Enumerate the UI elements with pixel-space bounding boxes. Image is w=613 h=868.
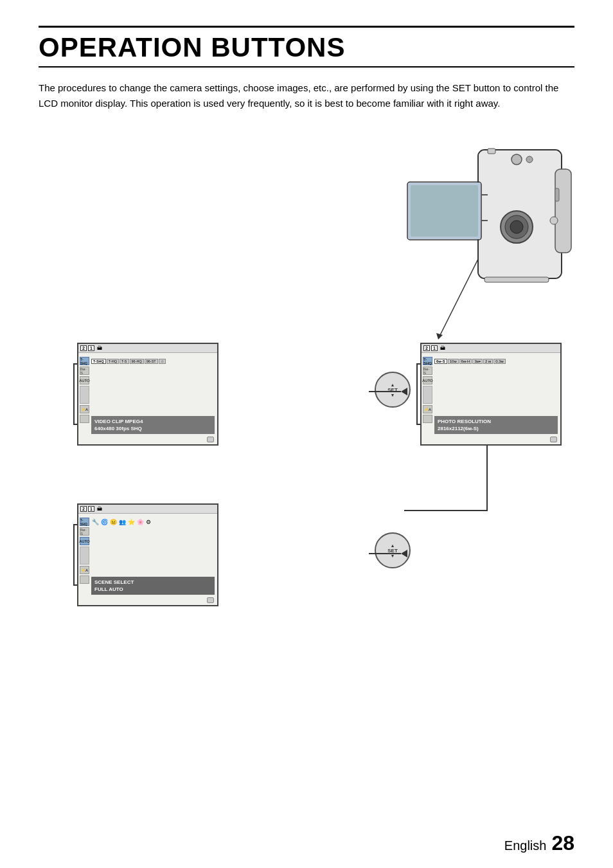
panel-right-row1: 2 1 🏔 T-SHQ 6м-S AUTO ⚡A 6м-S 10м 6м-H 3… <box>420 343 562 446</box>
panel-row2-desc1: SCENE SELECT <box>94 579 211 586</box>
svg-rect-10 <box>555 188 559 201</box>
arrow-row1 <box>369 388 407 395</box>
svg-point-9 <box>526 156 533 163</box>
svg-line-17 <box>440 259 478 336</box>
panel-right-desc2: 2816x2112(6м-S) <box>438 425 555 432</box>
svg-rect-7 <box>555 169 571 253</box>
footer: English 28 <box>504 831 574 855</box>
panel-left-desc2: 640x480 30fps SHQ <box>94 425 211 432</box>
svg-point-8 <box>511 154 522 165</box>
footer-language: English <box>504 838 547 853</box>
panel-right-desc1: PHOTO RESOLUTION <box>438 418 555 425</box>
intro-text: The procedures to change the camera sett… <box>39 80 565 111</box>
top-rule <box>39 26 574 28</box>
page-container: OPERATION BUTTONS The procedures to chan… <box>0 0 613 868</box>
svg-marker-18 <box>436 333 443 339</box>
svg-rect-4 <box>411 185 478 237</box>
panel-row2-desc2: FULL AUTO <box>94 586 211 593</box>
panel-left-row1: 2 1 🏔 T-SHQ 6м-S AUTO ⚡A T-SHQ T-HQ T-S … <box>77 343 218 446</box>
diagrams-area: 2 1 🏔 T-SHQ 6м-S AUTO ⚡A 6м-S 10м 6м-H 3… <box>39 131 574 709</box>
svg-rect-15 <box>488 149 495 154</box>
arrow-row2 <box>369 550 407 557</box>
footer-page-number: 28 <box>551 831 574 855</box>
page-title: OPERATION BUTTONS <box>39 33 574 62</box>
camera-illustration <box>388 131 574 343</box>
svg-point-14 <box>510 221 523 233</box>
connector-horizontal <box>404 510 488 511</box>
svg-rect-16 <box>484 277 549 282</box>
panel-left-desc1: VIDEO CLIP MPEG4 <box>94 418 211 425</box>
bottom-rule <box>39 66 574 68</box>
panel-left-row2: 2 1 🏔 T-SHQ 6м-S AUTO ⚡A 🔧 🌀 😐 👥 ⭐ 🌸 <box>77 503 218 606</box>
svg-point-11 <box>550 217 558 224</box>
connector-vertical <box>486 446 488 510</box>
